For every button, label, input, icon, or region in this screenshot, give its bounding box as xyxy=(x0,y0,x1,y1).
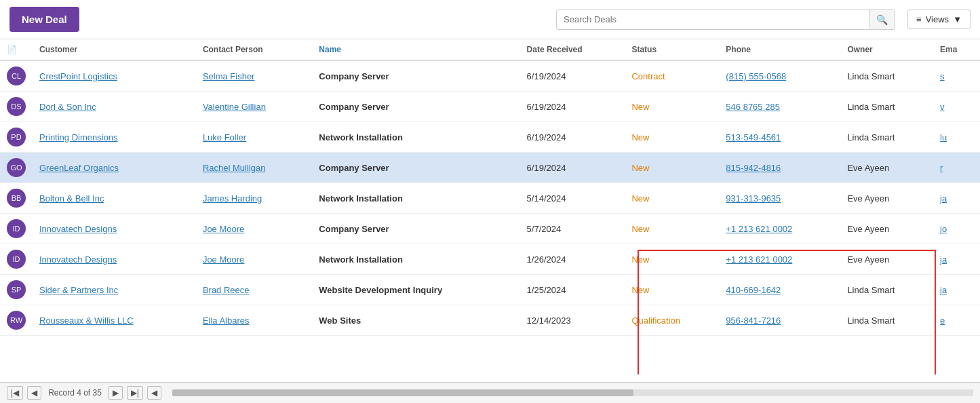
phone-link[interactable]: 513-549-4561 xyxy=(726,132,781,142)
email-link[interactable]: ja xyxy=(940,193,947,204)
status-cell: New xyxy=(625,92,719,122)
table-row[interactable]: DSDorl & Son IncValentine GillianCompany… xyxy=(0,92,980,122)
customer-link[interactable]: Dorl & Son Inc xyxy=(39,102,96,112)
status-badge: New xyxy=(631,224,649,234)
phone-cell: 815-942-4816 xyxy=(719,153,840,183)
phone-link[interactable]: 815-942-4816 xyxy=(726,163,781,173)
email-link[interactable]: s xyxy=(940,71,945,81)
customer-link[interactable]: Innovatech Designs xyxy=(39,254,117,265)
contact-cell: Luke Foller xyxy=(196,122,312,153)
email-cell: v xyxy=(933,92,980,122)
status-cell: New xyxy=(625,214,719,244)
col-header-contact[interactable]: Contact Person xyxy=(196,39,312,60)
status-badge: New xyxy=(631,102,649,112)
status-cell: Contract xyxy=(625,60,719,92)
phone-link[interactable]: +1 213 621 0002 xyxy=(726,224,792,234)
customer-link[interactable]: Innovatech Designs xyxy=(39,224,117,234)
deal-name: Network Installation xyxy=(319,132,403,142)
customer-cell: GreenLeaf Organics xyxy=(33,153,196,183)
table-row[interactable]: GOGreenLeaf OrganicsRachel MulliganCompa… xyxy=(0,153,980,183)
avatar-cell: BB xyxy=(0,183,33,214)
customer-cell: Sider & Partners Inc xyxy=(33,275,196,305)
email-link[interactable]: r xyxy=(940,163,943,173)
customer-cell: Innovatech Designs xyxy=(33,214,196,244)
email-cell: ja xyxy=(933,183,980,214)
name-cell: Company Server xyxy=(312,60,520,92)
col-header-customer[interactable]: Customer xyxy=(33,39,196,60)
phone-link[interactable]: (815) 555-0568 xyxy=(726,71,786,81)
search-input[interactable] xyxy=(557,10,869,28)
customer-cell: Bolton & Bell Inc xyxy=(33,183,196,214)
table-row[interactable]: BBBolton & Bell IncJames HardingNetwork … xyxy=(0,183,980,214)
table-row[interactable]: CLCrestPoint LogisticsSelma FisherCompan… xyxy=(0,60,980,92)
customer-link[interactable]: CrestPoint Logistics xyxy=(39,71,117,81)
views-button[interactable]: ≡ Views ▼ xyxy=(907,9,971,29)
col-header-email[interactable]: Ema xyxy=(933,39,980,60)
new-deal-button[interactable]: New Deal xyxy=(9,7,79,32)
phone-link[interactable]: 546 8765 285 xyxy=(726,102,780,112)
phone-link[interactable]: +1 213 621 0002 xyxy=(726,254,792,265)
contact-link[interactable]: James Harding xyxy=(203,193,262,204)
status-badge: New xyxy=(631,254,649,265)
col-header-phone[interactable]: Phone xyxy=(719,39,840,60)
search-icon-button[interactable]: 🔍 xyxy=(869,10,895,29)
phone-cell: +1 213 621 0002 xyxy=(719,214,840,244)
name-cell: Network Installation xyxy=(312,244,520,275)
avatar-cell: RW xyxy=(0,305,33,336)
contact-link[interactable]: Brad Reece xyxy=(203,285,250,295)
email-cell: jo xyxy=(933,214,980,244)
phone-link[interactable]: 410-669-1642 xyxy=(726,285,781,295)
phone-cell: 931-313-9635 xyxy=(719,183,840,214)
contact-link[interactable]: Luke Foller xyxy=(203,132,246,142)
col-header-name[interactable]: Name xyxy=(312,39,520,60)
table-row[interactable]: IDInnovatech DesignsJoe MooreNetwork Ins… xyxy=(0,244,980,275)
name-cell: Network Installation xyxy=(312,183,520,214)
name-cell: Company Server xyxy=(312,214,520,244)
email-link[interactable]: ja xyxy=(940,254,947,265)
customer-link[interactable]: Sider & Partners Inc xyxy=(39,285,118,295)
contact-link[interactable]: Valentine Gillian xyxy=(203,102,266,112)
date-cell: 6/19/2024 xyxy=(520,92,625,122)
contact-link[interactable]: Ella Albares xyxy=(203,315,250,326)
col-header-owner[interactable]: Owner xyxy=(840,39,933,60)
email-link[interactable]: ja xyxy=(940,285,947,295)
owner-cell: Linda Smart xyxy=(840,122,933,153)
contact-link[interactable]: Joe Moore xyxy=(203,254,244,265)
owner-cell: Eve Ayeen xyxy=(840,153,933,183)
contact-link[interactable]: Joe Moore xyxy=(203,224,244,234)
phone-link[interactable]: 931-313-9635 xyxy=(726,193,781,204)
email-cell: lu xyxy=(933,122,980,153)
table-row[interactable]: IDInnovatech DesignsJoe MooreCompany Ser… xyxy=(0,214,980,244)
customer-cell: Innovatech Designs xyxy=(33,244,196,275)
col-header-avatar: 📄 xyxy=(0,39,33,60)
status-cell: New xyxy=(625,275,719,305)
table-row[interactable]: RWRousseaux & Willis LLCElla AlbaresWeb … xyxy=(0,305,980,336)
email-link[interactable]: jo xyxy=(940,224,947,234)
phone-cell: 546 8765 285 xyxy=(719,92,840,122)
table-row[interactable]: SPSider & Partners IncBrad ReeceWebsite … xyxy=(0,275,980,305)
document-icon: 📄 xyxy=(7,45,17,54)
views-chevron-icon: ▼ xyxy=(953,14,962,24)
contact-link[interactable]: Selma Fisher xyxy=(203,71,255,81)
customer-link[interactable]: Rousseaux & Willis LLC xyxy=(39,315,134,326)
contact-link[interactable]: Rachel Mulligan xyxy=(203,163,266,173)
avatar-cell: DS xyxy=(0,92,33,122)
phone-link[interactable]: 956-841-7216 xyxy=(726,315,781,326)
owner-cell: Linda Smart xyxy=(840,305,933,336)
views-icon: ≡ xyxy=(916,14,922,24)
table-row[interactable]: PDPrinting DimensionsLuke FollerNetwork … xyxy=(0,122,980,153)
name-cell: Network Installation xyxy=(312,122,520,153)
status-badge: New xyxy=(631,285,649,295)
email-cell: e xyxy=(933,305,980,336)
email-link[interactable]: e xyxy=(940,315,945,326)
customer-link[interactable]: Bolton & Bell Inc xyxy=(39,193,104,204)
col-header-status[interactable]: Status xyxy=(625,39,719,60)
col-header-date[interactable]: Date Received xyxy=(520,39,625,60)
status-cell: New xyxy=(625,153,719,183)
customer-link[interactable]: Printing Dimensions xyxy=(39,132,118,142)
customer-link[interactable]: GreenLeaf Organics xyxy=(39,163,119,173)
email-link[interactable]: lu xyxy=(940,132,947,142)
email-link[interactable]: v xyxy=(940,102,945,112)
email-cell: s xyxy=(933,60,980,92)
avatar: CL xyxy=(7,66,26,85)
